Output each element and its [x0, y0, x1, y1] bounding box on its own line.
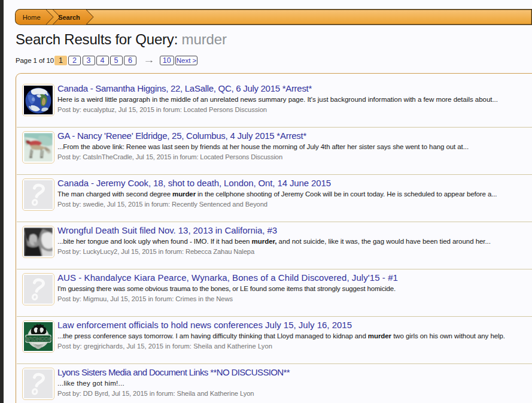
svg-text:BRONCOS: BRONCOS [25, 335, 51, 342]
svg-text:Search: Search [58, 14, 80, 21]
svg-text:Home: Home [23, 14, 41, 21]
